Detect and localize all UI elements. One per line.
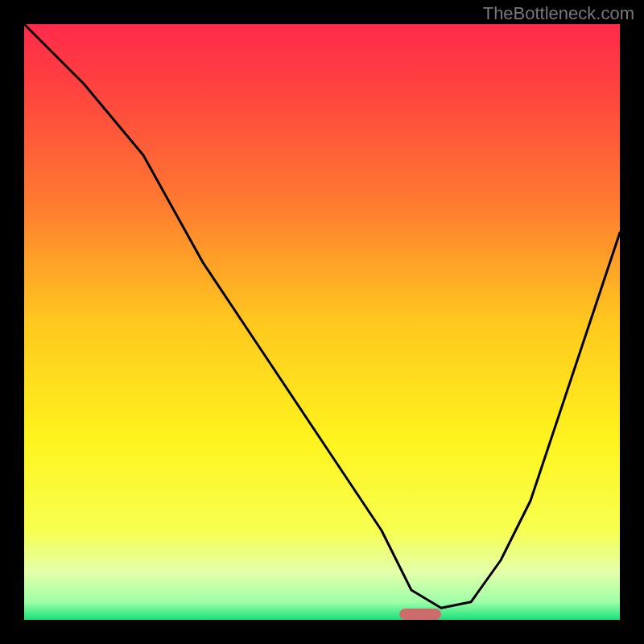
chart-svg: [24, 24, 620, 620]
watermark-text: TheBottleneck.com: [483, 3, 634, 24]
highlight-pill: [399, 609, 441, 620]
gradient-background: [24, 24, 620, 620]
chart-container: TheBottleneck.com: [0, 0, 644, 644]
plot-area: [24, 24, 620, 620]
